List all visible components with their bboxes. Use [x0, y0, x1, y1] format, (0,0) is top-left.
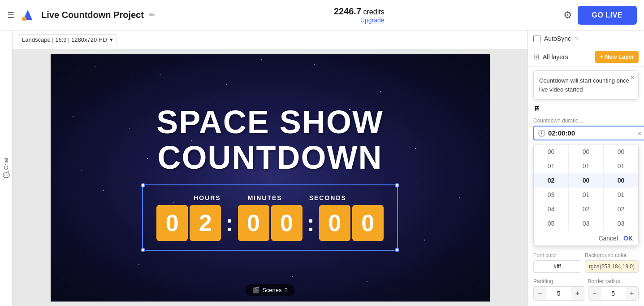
label-seconds: SECONDS	[309, 194, 346, 201]
scenes-button[interactable]: 🎬 Scenes ?	[245, 284, 295, 296]
clear-time-icon[interactable]: ×	[638, 130, 641, 137]
picker-min-02[interactable]: 02	[569, 202, 603, 216]
layers-icon: ⊞	[533, 52, 539, 61]
picker-sec-00-top[interactable]: 00	[604, 144, 638, 159]
bg-color-section: Background color rgba(253,184,19,0)	[585, 252, 639, 273]
picker-min-00[interactable]: 00	[569, 173, 603, 188]
colon-1: :	[225, 205, 233, 241]
title-line2: COUNTDOWN	[156, 140, 384, 175]
hours-digits: 0 2	[156, 205, 221, 241]
layers-bar: ⊞ All layers + New Layer	[528, 47, 644, 67]
right-panel: AutoSync ? ⊞ All layers + New Layer × Co…	[527, 31, 644, 306]
hours-column[interactable]: 00 01 02 03 04 05	[534, 144, 569, 231]
tooltip-close-button[interactable]: ×	[631, 74, 635, 82]
padding-stepper: − 5 +	[533, 286, 584, 301]
label-hours: HOURS	[194, 194, 221, 201]
bg-color-swatch[interactable]: rgba(253,184,19,0)	[585, 260, 639, 273]
scenes-label: Scenes	[262, 287, 281, 293]
header-center: 2246.7 credits Upgrade	[334, 6, 385, 24]
picker-hour-05[interactable]: 05	[534, 216, 568, 231]
minutes-column[interactable]: 00 01 00 01 02 03	[569, 144, 604, 231]
border-radius-plus-button[interactable]: +	[626, 287, 638, 300]
digit-s1: 0	[319, 205, 350, 241]
header-right: ⚙ GO LIVE	[563, 6, 637, 25]
border-radius-minus-button[interactable]: −	[588, 287, 601, 300]
digit-h1: 0	[156, 205, 188, 241]
countdown-widget[interactable]: HOURS MINUTES SECONDS 0 2 : 0	[142, 184, 398, 251]
picker-cancel-button[interactable]: Cancel	[598, 235, 618, 242]
credits-display: 2246.7 credits Upgrade	[334, 6, 385, 24]
padding-minus-button[interactable]: −	[534, 287, 546, 300]
font-color-section: Font color #fff	[533, 252, 581, 273]
clock-icon: 🕐	[538, 130, 545, 137]
picker-sec-02[interactable]: 02	[604, 202, 638, 216]
autosync-help-icon[interactable]: ?	[575, 35, 578, 42]
canvas[interactable]: SPACE SHOW COUNTDOWN HOURS MINUTES SECON…	[51, 54, 490, 302]
seconds-digits: 0 0	[319, 205, 384, 241]
countdown-digits: 0 2 : 0 0 : 0 0	[156, 205, 384, 241]
picker-hour-00[interactable]: 00	[534, 144, 568, 159]
chat-label-text: Chat	[3, 157, 9, 170]
time-input-row: 🕐 ×	[528, 126, 644, 144]
edit-icon[interactable]: ✏	[149, 11, 155, 19]
layer-item: 🖥	[528, 103, 644, 115]
picker-hour-01[interactable]: 01	[534, 159, 568, 173]
main-layout: 💬 Chat Landscape | 16:9 | 1280x720 HD ▾	[0, 31, 644, 306]
padding-section: Padding − 5 +	[533, 278, 584, 301]
digit-m2: 0	[271, 205, 303, 241]
bg-color-label: Background color	[585, 252, 639, 258]
picker-sec-00[interactable]: 00	[604, 173, 638, 188]
resize-handle-bl[interactable]	[141, 248, 145, 252]
picker-min-00-top[interactable]: 00	[569, 144, 603, 159]
canvas-wrapper: SPACE SHOW COUNTDOWN HOURS MINUTES SECON…	[13, 49, 527, 306]
picker-ok-button[interactable]: OK	[623, 235, 633, 242]
picker-min-03[interactable]: 03	[569, 216, 603, 231]
upgrade-link[interactable]: Upgrade	[334, 17, 385, 24]
picker-sec-03[interactable]: 03	[604, 216, 638, 231]
header-left: ☰ Live Countdown Project ✏	[7, 7, 155, 23]
logo-icon	[20, 7, 36, 23]
picker-sec-01-top[interactable]: 01	[604, 159, 638, 173]
picker-hour-03[interactable]: 03	[534, 188, 568, 202]
resize-handle-tl[interactable]	[141, 183, 145, 188]
resize-handle-br[interactable]	[395, 248, 399, 252]
color-row: Font color #fff Background color rgba(25…	[528, 249, 644, 275]
format-select[interactable]: Landscape | 16:9 | 1280x720 HD ▾	[18, 34, 117, 45]
go-live-button[interactable]: GO LIVE	[578, 6, 637, 25]
autosync-label: AutoSync	[544, 35, 571, 42]
all-layers-label: All layers	[543, 53, 592, 61]
time-input[interactable]	[548, 129, 635, 137]
picker-sec-01[interactable]: 01	[604, 188, 638, 202]
digit-s2: 0	[352, 205, 384, 241]
menu-icon[interactable]: ☰	[7, 10, 14, 20]
autosync-checkbox[interactable]	[533, 35, 540, 42]
seconds-column[interactable]: 00 01 00 01 02 03	[604, 144, 638, 231]
border-radius-label: Border radius	[588, 278, 639, 284]
autosync-row: AutoSync ?	[528, 31, 644, 47]
digit-m1: 0	[238, 205, 269, 241]
padding-value: 5	[546, 288, 571, 299]
new-layer-label: New Layer	[605, 53, 634, 60]
picker-hour-04[interactable]: 04	[534, 202, 568, 216]
title-line1: SPACE SHOW	[156, 105, 384, 140]
header: ☰ Live Countdown Project ✏ 2246.7 credit…	[0, 0, 644, 31]
picker-min-01[interactable]: 01	[569, 188, 603, 202]
canvas-toolbar: Landscape | 16:9 | 1280x720 HD ▾	[13, 31, 527, 49]
countdown-labels: HOURS MINUTES SECONDS	[194, 194, 346, 201]
settings-button[interactable]: ⚙	[563, 9, 572, 21]
tooltip-popup: × Countdown will start counting once liv…	[533, 70, 639, 100]
canvas-content: SPACE SHOW COUNTDOWN HOURS MINUTES SECON…	[51, 54, 490, 302]
padding-label: Padding	[533, 278, 584, 284]
chat-icon: 💬	[3, 172, 9, 179]
resize-handle-tr[interactable]	[395, 183, 399, 188]
font-color-swatch[interactable]: #fff	[533, 260, 581, 273]
padding-plus-button[interactable]: +	[571, 287, 584, 300]
picker-hour-02[interactable]: 02	[534, 173, 568, 188]
scenes-help-icon[interactable]: ?	[285, 287, 288, 293]
colon-2: :	[307, 205, 315, 241]
credits-label-text: credits	[363, 8, 385, 16]
picker-min-01-top[interactable]: 01	[569, 159, 603, 173]
chat-sidebar-item[interactable]: 💬 Chat	[3, 157, 9, 179]
new-layer-button[interactable]: + New Layer	[595, 51, 639, 63]
border-radius-value: 5	[601, 288, 626, 299]
